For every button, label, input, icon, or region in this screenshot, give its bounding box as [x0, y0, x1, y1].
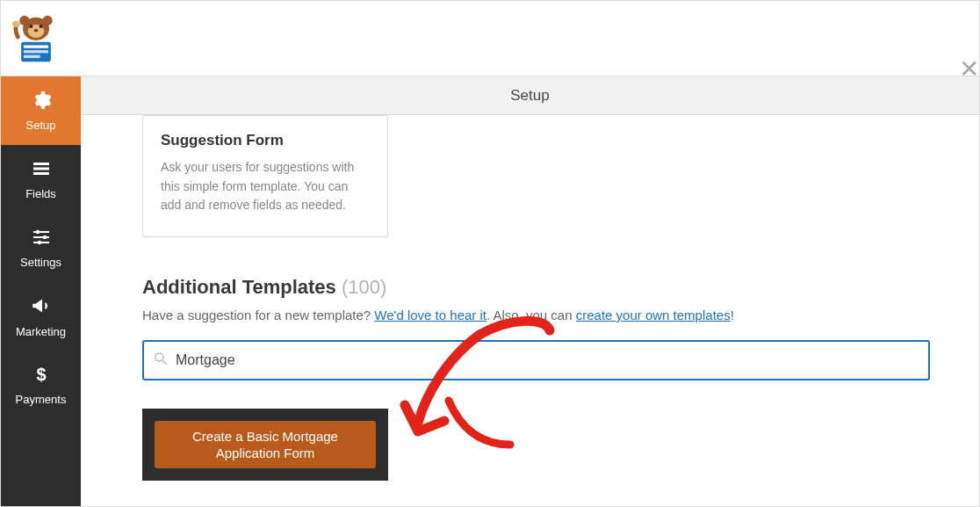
heading-text: Additional Templates: [142, 276, 336, 298]
sidebar-item-label: Payments: [16, 393, 67, 406]
sidebar-item-settings[interactable]: Settings: [1, 214, 81, 282]
sidebar-item-fields[interactable]: Fields: [1, 145, 81, 214]
feedback-link[interactable]: We'd love to hear it: [374, 308, 486, 322]
svg-rect-13: [33, 168, 49, 170]
svg-rect-9: [24, 50, 48, 53]
svg-point-11: [12, 20, 20, 27]
svg-point-19: [42, 235, 46, 239]
svg-text:$: $: [36, 365, 46, 384]
create-own-link[interactable]: create your own templates: [576, 308, 731, 322]
svg-rect-14: [33, 172, 49, 175]
sidebar-item-label: Settings: [20, 256, 61, 269]
search-result-card: Create a Basic Mortgage Application Form: [142, 409, 388, 481]
svg-rect-15: [33, 231, 49, 233]
subtext-prefix: Have a suggestion for a new template?: [142, 308, 374, 322]
heading-count: (100): [342, 276, 386, 298]
svg-point-4: [29, 24, 32, 27]
dollar-icon: $: [31, 364, 52, 387]
template-search-input[interactable]: [176, 352, 919, 368]
svg-point-2: [43, 15, 53, 25]
close-icon[interactable]: ✕: [959, 57, 979, 82]
sidebar-item-setup[interactable]: Setup: [1, 76, 81, 145]
svg-rect-10: [24, 54, 40, 57]
app-mascot-icon: [10, 12, 62, 65]
list-icon: [31, 158, 52, 182]
svg-line-23: [162, 360, 167, 365]
sidebar-item-label: Marketing: [16, 325, 66, 338]
svg-point-1: [19, 15, 29, 25]
sidebar-item-payments[interactable]: $ Payments: [1, 351, 81, 419]
template-card-suggestion[interactable]: Suggestion Form Ask your users for sugge…: [142, 115, 388, 237]
gear-icon: [31, 90, 52, 113]
subtext-mid: . Also, you can: [486, 308, 576, 322]
svg-rect-12: [33, 163, 49, 165]
template-search-wrap: [142, 340, 930, 380]
svg-rect-16: [33, 236, 49, 238]
svg-point-18: [35, 230, 39, 234]
additional-templates-heading: Additional Templates (100): [142, 276, 944, 299]
template-card-desc: Ask your users for suggestions with this…: [161, 158, 370, 215]
svg-point-6: [34, 28, 39, 31]
sliders-icon: [31, 227, 52, 250]
create-form-button[interactable]: Create a Basic Mortgage Application Form: [155, 421, 376, 468]
template-card-title: Suggestion Form: [161, 132, 370, 149]
sidebar-item-marketing[interactable]: Marketing: [1, 282, 81, 351]
top-bar: ✕: [1, 1, 979, 76]
svg-point-5: [40, 24, 43, 27]
sidebar-item-label: Setup: [26, 119, 56, 132]
templates-subtext: Have a suggestion for a new template? We…: [142, 308, 944, 322]
subtext-suffix: !: [731, 308, 734, 322]
page-title-text: Setup: [510, 87, 549, 105]
main-area: Setup Suggestion Form Ask your users for…: [81, 76, 979, 506]
search-icon: [153, 351, 176, 370]
sidebar: Setup Fields Settings Marketing $ Paymen…: [1, 76, 81, 506]
page-title: Setup: [81, 76, 979, 115]
svg-point-20: [37, 241, 40, 244]
sidebar-item-label: Fields: [25, 187, 56, 200]
svg-rect-8: [24, 45, 48, 47]
svg-point-22: [155, 353, 163, 361]
content-area: Suggestion Form Ask your users for sugge…: [81, 115, 979, 506]
bullhorn-icon: [30, 294, 53, 320]
